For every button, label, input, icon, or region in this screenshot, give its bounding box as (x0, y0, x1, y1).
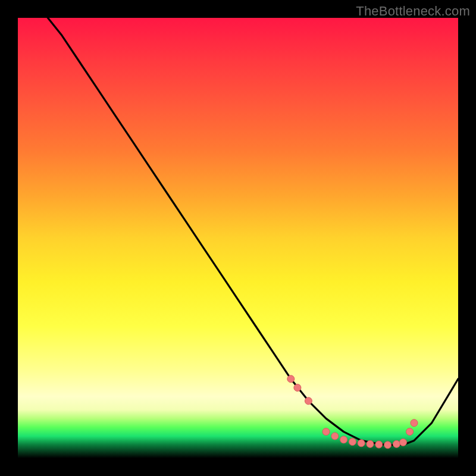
curve-marker (406, 428, 414, 436)
curve-marker (393, 440, 400, 447)
curve-marker (349, 439, 356, 446)
curve-marker (375, 441, 383, 448)
curve-marker (384, 441, 392, 449)
curve-marker (340, 436, 347, 443)
watermark-text: TheBottleneck.com (356, 4, 470, 19)
curve-marker (411, 419, 418, 427)
chart-svg (18, 18, 458, 458)
chart-frame: TheBottleneck.com (0, 0, 476, 476)
curve-marker (294, 384, 301, 392)
curve-marker (367, 440, 374, 447)
curve-marker (322, 428, 330, 436)
curve-markers (287, 375, 418, 449)
plot-area (18, 18, 458, 458)
bottleneck-curve (18, 0, 458, 445)
curve-marker (400, 439, 407, 446)
curve-marker (358, 440, 365, 447)
curve-marker (305, 397, 312, 405)
curve-marker (287, 375, 295, 383)
curve-marker (331, 433, 339, 440)
